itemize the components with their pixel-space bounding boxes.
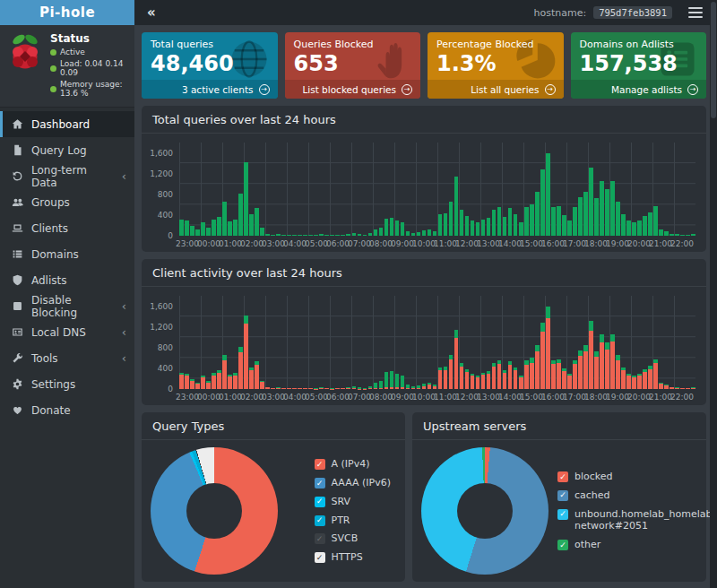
bar[interactable]	[616, 296, 620, 389]
bar[interactable]	[390, 296, 394, 389]
bar[interactable]	[179, 296, 184, 389]
bar[interactable]	[583, 296, 588, 389]
bar[interactable]	[287, 143, 291, 236]
bar[interactable]	[281, 296, 286, 389]
bar[interactable]	[454, 143, 459, 236]
bar[interactable]	[201, 296, 205, 389]
bar[interactable]	[292, 143, 297, 236]
bar[interactable]	[341, 143, 345, 236]
card-footer-link[interactable]: List all queries →	[428, 80, 564, 99]
bar[interactable]	[206, 296, 211, 389]
bar[interactable]	[438, 143, 443, 236]
bar[interactable]	[401, 143, 405, 236]
bar[interactable]	[643, 143, 647, 236]
legend-item[interactable]: ✓blocked	[557, 471, 692, 483]
bar[interactable]	[244, 143, 248, 236]
bar[interactable]	[589, 296, 593, 389]
bar[interactable]	[271, 296, 275, 389]
bar[interactable]	[244, 296, 248, 389]
bar[interactable]	[292, 296, 297, 389]
bar[interactable]	[428, 296, 432, 389]
bar[interactable]	[249, 296, 254, 389]
bar[interactable]	[497, 143, 502, 236]
bar[interactable]	[471, 143, 475, 236]
bar[interactable]	[298, 143, 302, 236]
bar[interactable]	[265, 143, 270, 236]
bar[interactable]	[578, 296, 583, 389]
sidebar-item-disable-blocking[interactable]: Disable Blocking‹	[0, 293, 134, 319]
bar[interactable]	[374, 143, 378, 236]
bar[interactable]	[233, 296, 238, 389]
bar[interactable]	[540, 296, 545, 389]
bar[interactable]	[669, 143, 674, 236]
bar[interactable]	[228, 143, 232, 236]
bar[interactable]	[530, 296, 534, 389]
bar[interactable]	[417, 143, 421, 236]
bar[interactable]	[449, 143, 454, 236]
bar[interactable]	[379, 143, 384, 236]
bar[interactable]	[546, 296, 550, 389]
sidebar-item-query-log[interactable]: Query Log	[0, 137, 134, 163]
bar[interactable]	[212, 296, 216, 389]
legend-item[interactable]: ✓A (IPv4)	[315, 458, 391, 471]
bar[interactable]	[675, 143, 679, 236]
bar[interactable]	[481, 296, 486, 389]
bar[interactable]	[514, 143, 518, 236]
bar[interactable]	[573, 143, 577, 236]
scrollbar-thumb[interactable]	[711, 2, 716, 118]
bar[interactable]	[255, 143, 259, 236]
bar[interactable]	[594, 296, 599, 389]
bar[interactable]	[271, 143, 275, 236]
bar[interactable]	[686, 296, 690, 389]
bar[interactable]	[460, 143, 464, 236]
bar[interactable]	[352, 143, 357, 236]
legend-item[interactable]: ✓SRV	[315, 496, 391, 508]
chart-plot-area[interactable]	[179, 296, 695, 389]
bar[interactable]	[179, 143, 184, 236]
bar[interactable]	[535, 296, 540, 389]
bar[interactable]	[632, 296, 636, 389]
bar[interactable]	[573, 296, 577, 389]
sidebar-collapse-icon[interactable]: «	[147, 4, 156, 21]
bar[interactable]	[508, 143, 513, 236]
bar[interactable]	[276, 143, 281, 236]
bar[interactable]	[632, 143, 636, 236]
legend-item[interactable]: ✓cached	[557, 489, 692, 502]
bar[interactable]	[406, 296, 410, 389]
bar[interactable]	[363, 143, 367, 236]
bar[interactable]	[530, 143, 534, 236]
card-footer-link[interactable]: List blocked queries →	[285, 80, 421, 99]
bar[interactable]	[303, 296, 307, 389]
bar[interactable]	[583, 143, 588, 236]
bar[interactable]	[454, 296, 459, 389]
bar[interactable]	[395, 296, 400, 389]
bar[interactable]	[368, 296, 373, 389]
bar[interactable]	[465, 296, 470, 389]
card-footer-link[interactable]: Manage adlists →	[571, 80, 707, 99]
bar[interactable]	[562, 296, 566, 389]
bar[interactable]	[562, 143, 566, 236]
bar[interactable]	[308, 296, 313, 389]
bar[interactable]	[374, 296, 378, 389]
bar[interactable]	[497, 296, 502, 389]
legend-item[interactable]: ✓other	[557, 539, 692, 551]
bar[interactable]	[417, 296, 421, 389]
bar[interactable]	[519, 143, 523, 236]
bar[interactable]	[675, 296, 679, 389]
bar[interactable]	[346, 143, 350, 236]
bar[interactable]	[201, 143, 205, 236]
bar[interactable]	[314, 143, 318, 236]
bar[interactable]	[653, 296, 658, 389]
bar[interactable]	[621, 143, 626, 236]
bar[interactable]	[444, 143, 448, 236]
bar[interactable]	[281, 143, 286, 236]
bar[interactable]	[648, 143, 652, 236]
bar[interactable]	[476, 296, 480, 389]
sidebar-item-long-term-data[interactable]: Long-term Data‹	[0, 163, 134, 189]
bar[interactable]	[260, 296, 264, 389]
bar[interactable]	[567, 296, 572, 389]
bar[interactable]	[616, 143, 620, 236]
bar[interactable]	[330, 143, 334, 236]
bar[interactable]	[260, 143, 264, 236]
bar[interactable]	[648, 296, 652, 389]
